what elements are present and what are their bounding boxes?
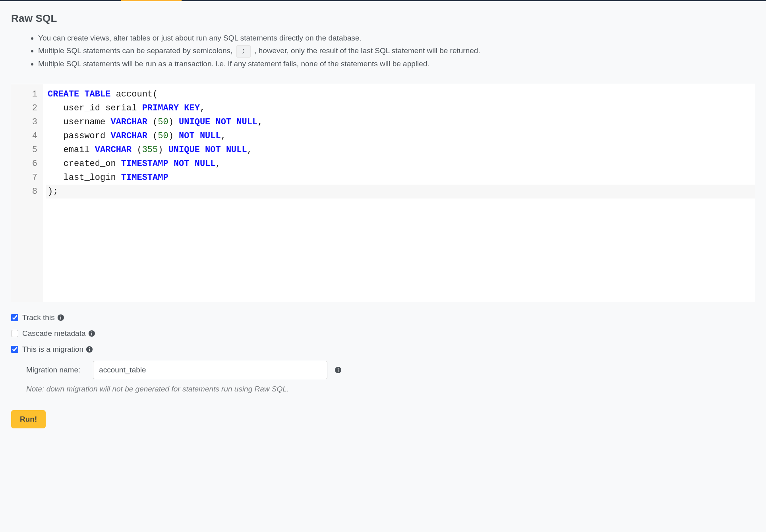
gutter-line-number: 7 [11,171,37,185]
info-text: , however, only the result of the last S… [254,46,480,55]
svg-point-8 [89,347,90,348]
info-text: You can create views, alter tables or ju… [38,34,362,42]
gutter-line-number: 4 [11,129,37,143]
info-icon[interactable] [57,314,64,321]
migration-name-label: Migration name: [26,366,80,374]
gutter-line-number: 1 [11,87,37,101]
svg-point-11 [338,368,339,369]
run-button[interactable]: Run! [11,410,46,428]
track-this-row: Track this [11,313,755,322]
page-title: Raw SQL [11,12,755,25]
options-area: Track this Cascade metadata This is a mi… [11,302,755,428]
code-line[interactable]: username VARCHAR (50) UNIQUE NOT NULL, [46,115,755,129]
track-this-label: Track this [22,313,55,322]
gutter-line-number: 8 [11,185,37,199]
sql-editor[interactable]: 12345678 CREATE TABLE account( user_id s… [11,84,755,302]
cascade-metadata-checkbox[interactable] [11,330,18,337]
info-icon[interactable] [88,330,95,337]
gutter-line-number: 2 [11,101,37,115]
info-item: You can create views, alter tables or ju… [38,32,606,44]
gutter-line-number: 5 [11,143,37,157]
info-list: You can create views, alter tables or ju… [11,32,755,70]
gutter-line-number: 6 [11,157,37,171]
svg-rect-7 [89,349,90,351]
main-panel: Raw SQL You can create views, alter tabl… [0,1,766,428]
code-line[interactable]: email VARCHAR (355) UNIQUE NOT NULL, [46,143,755,157]
svg-point-2 [60,316,61,316]
cascade-metadata-label: Cascade metadata [22,329,86,338]
code-line[interactable]: created_on TIMESTAMP NOT NULL, [46,157,755,171]
code-line[interactable]: ); [46,185,755,199]
svg-rect-1 [60,317,61,319]
svg-rect-10 [338,369,339,372]
info-text: Multiple SQL statements will be run as a… [38,60,429,68]
editor-code[interactable]: CREATE TABLE account( user_id serial PRI… [43,84,755,302]
info-icon[interactable] [86,346,93,353]
code-line[interactable]: user_id serial PRIMARY KEY, [46,101,755,115]
migration-note: Note: down migration will not be generat… [26,385,755,393]
editor-gutter: 12345678 [11,84,43,302]
is-migration-row: This is a migration [11,345,755,354]
code-line[interactable]: password VARCHAR (50) NOT NULL, [46,129,755,143]
info-icon[interactable] [335,366,342,374]
cascade-metadata-row: Cascade metadata [11,329,755,338]
migration-name-input[interactable] [93,361,327,379]
is-migration-label: This is a migration [22,345,83,354]
is-migration-checkbox[interactable] [11,346,18,353]
track-this-checkbox[interactable] [11,314,18,321]
info-item: Multiple SQL statements can be separated… [38,44,606,57]
info-text: Multiple SQL statements can be separated… [38,46,235,55]
svg-point-5 [91,332,92,332]
inline-code-semicolon: ; [236,45,251,58]
gutter-line-number: 3 [11,115,37,129]
code-line[interactable]: last_login TIMESTAMP [46,171,755,185]
code-line[interactable]: CREATE TABLE account( [46,87,755,101]
info-item: Multiple SQL statements will be run as a… [38,58,606,70]
migration-name-row: Migration name: [26,361,755,379]
active-tab-highlight [121,0,182,1]
svg-rect-4 [91,333,92,335]
top-border [0,0,766,1]
